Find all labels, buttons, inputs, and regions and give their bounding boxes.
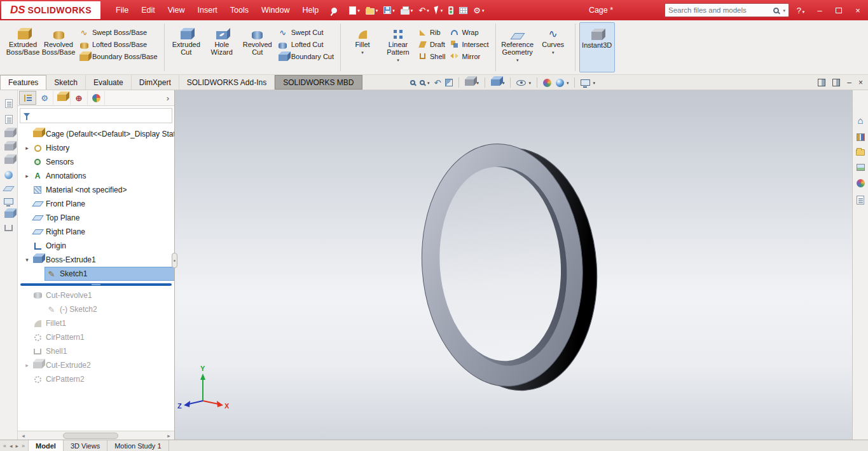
file-explorer-icon[interactable] (856, 149, 865, 156)
menu-edit[interactable]: Edit (135, 0, 162, 20)
window-close-button[interactable]: × (858, 78, 863, 87)
tab-solidworks-addins[interactable]: SOLIDWORKS Add-Ins (179, 75, 275, 90)
tab-3d-views[interactable]: 3D Views (64, 440, 107, 451)
rollback-bar[interactable] (20, 283, 172, 286)
tool-icon[interactable] (4, 171, 13, 179)
expand-arrow-icon[interactable]: ▸ (23, 362, 31, 368)
close-button[interactable]: × (850, 4, 865, 17)
tab-dimxpert[interactable]: DimXpert (132, 75, 179, 90)
caret-down-icon[interactable]: ▾ (411, 8, 413, 13)
feature-manager-tab[interactable] (19, 91, 36, 105)
shell-button[interactable]: Shell (418, 51, 445, 61)
mirror-button[interactable]: Mirror (450, 51, 488, 61)
tree-item-cut-extrude2[interactable]: ▸ Cut-Extrude2 (18, 358, 174, 372)
scroll-right-icon[interactable]: ▸ (165, 433, 173, 439)
caret-down-icon[interactable]: ▾ (376, 8, 378, 13)
extruded-cut-button[interactable]: ExtrudedCut (169, 22, 204, 72)
graphics-viewport[interactable]: Y X Z (175, 90, 852, 440)
caret-down-icon[interactable]: ▾ (361, 50, 364, 55)
wrap-button[interactable]: Wrap (450, 27, 488, 37)
tab-features[interactable]: Features (0, 75, 46, 90)
design-library-icon[interactable] (857, 133, 865, 141)
tab-motion-study-1[interactable]: Motion Study 1 (107, 440, 169, 451)
filter-funnel-icon[interactable] (24, 113, 30, 120)
caret-down-icon[interactable]: ▾ (567, 81, 569, 85)
configuration-manager-tab[interactable] (53, 91, 71, 105)
expand-arrow-icon[interactable]: ▸ (23, 173, 31, 179)
reference-geometry-button[interactable]: ReferenceGeometry ▾ (500, 22, 535, 72)
caret-down-icon[interactable]: ▾ (397, 58, 399, 62)
tree-item-annotations[interactable]: ▸ A Annotations (18, 169, 174, 183)
previous-window-icon[interactable] (818, 79, 825, 86)
file-properties-button[interactable] (457, 3, 469, 18)
lofted-cut-button[interactable]: Lofted Cut (278, 39, 334, 49)
options-button[interactable]: ⚙▾ (471, 3, 486, 18)
tab-scroll-left-button[interactable]: ◂ (10, 443, 13, 449)
intersect-button[interactable]: Intersect (450, 39, 488, 49)
menu-file[interactable]: File (109, 0, 135, 20)
tree-item-boss-extrude1[interactable]: ▾ Boss-Extrude1 (18, 253, 174, 267)
caret-down-icon[interactable]: ▾ (357, 8, 360, 13)
save-button[interactable]: ▾ (382, 3, 397, 18)
swept-boss-base-button[interactable]: ∿Swept Boss/Base (79, 27, 158, 37)
next-window-icon[interactable] (832, 79, 840, 86)
tab-scroll-right-button[interactable]: ▸ (16, 443, 19, 449)
tool-icon[interactable] (4, 131, 13, 137)
maximize-button[interactable] (831, 4, 846, 17)
select-button[interactable]: ▾ (433, 3, 445, 18)
tree-item-material[interactable]: Material <not specified> (18, 183, 174, 197)
display-style-button[interactable]: ▾ (491, 79, 505, 86)
tree-filter[interactable] (20, 108, 172, 123)
tree-item-history[interactable]: ▸ History (18, 141, 174, 155)
scrollbar-thumb[interactable] (63, 433, 118, 439)
search-caret-icon[interactable]: ▾ (783, 8, 785, 13)
view-palette-icon[interactable] (857, 164, 865, 171)
custom-properties-icon[interactable] (857, 196, 864, 205)
zoom-to-area-button[interactable]: ▾ (420, 80, 430, 85)
property-manager-tab[interactable]: ⚙ (36, 91, 53, 105)
tool-icon[interactable] (4, 225, 13, 231)
zoom-to-fit-button[interactable] (410, 80, 415, 85)
tree-item-sketch1[interactable]: ✎ Sketch1 (18, 267, 174, 281)
tree-item-right-plane[interactable]: Right Plane (18, 225, 174, 239)
display-manager-tab[interactable] (88, 91, 105, 105)
apply-scene-button[interactable]: ▾ (556, 79, 569, 87)
caret-down-icon[interactable]: ▾ (593, 81, 595, 85)
undo-button[interactable]: ↶▾ (417, 3, 431, 18)
model-canvas[interactable]: Y X Z (175, 90, 852, 440)
menu-insert[interactable]: Insert (191, 0, 224, 20)
hide-show-items-button[interactable]: ▾ (516, 80, 531, 86)
tree-item-shell1[interactable]: Shell1 (18, 344, 174, 358)
instant3d-button[interactable]: Instant3D (579, 22, 615, 72)
tool-icon[interactable] (4, 144, 13, 151)
rib-button[interactable]: Rib (418, 27, 445, 37)
tab-evaluate[interactable]: Evaluate (86, 75, 132, 90)
extruded-boss-base-button[interactable]: ExtrudedBoss/Base (5, 22, 41, 72)
tool-icon[interactable] (4, 158, 13, 164)
dimxpert-manager-tab[interactable]: ⊕ (71, 91, 88, 105)
caret-down-icon[interactable]: ▾ (427, 8, 429, 13)
view-settings-button[interactable]: ▾ (581, 79, 595, 86)
caret-down-icon[interactable]: ▾ (392, 8, 395, 13)
tab-solidworks-mbd[interactable]: SOLIDWORKS MBD (275, 75, 362, 90)
tree-item-cirpattern2[interactable]: CirPattern2 (18, 372, 174, 386)
tool-icon[interactable] (4, 198, 13, 205)
caret-down-icon[interactable]: ▾ (441, 8, 443, 13)
tree-item-front-plane[interactable]: Front Plane (18, 197, 174, 211)
caret-down-icon[interactable]: ▾ (427, 81, 430, 85)
caret-down-icon[interactable]: ▾ (803, 10, 805, 14)
revolved-cut-button[interactable]: RevolvedCut (240, 22, 275, 72)
fillet-button[interactable]: Fillet ▾ (345, 22, 380, 72)
expand-arrow-icon[interactable]: ▸ (23, 145, 31, 151)
swept-cut-button[interactable]: ∿Swept Cut (278, 27, 334, 37)
menu-tools[interactable]: Tools (224, 0, 255, 20)
window-minimize-button[interactable]: – (847, 78, 851, 87)
tab-scroll-first-button[interactable]: « (3, 443, 6, 449)
tree-root-item[interactable]: Cage (Default<<Default>_Display State 1 (18, 127, 174, 141)
boundary-cut-button[interactable]: Boundary Cut (278, 51, 334, 61)
tree-item-cut-revolve1[interactable]: Cut-Revolve1 (18, 288, 174, 302)
tab-scroll-last-button[interactable]: » (22, 443, 25, 449)
pin-menu-icon[interactable] (330, 6, 338, 15)
minimize-button[interactable]: – (812, 4, 827, 17)
print-button[interactable]: ▾ (399, 3, 415, 18)
